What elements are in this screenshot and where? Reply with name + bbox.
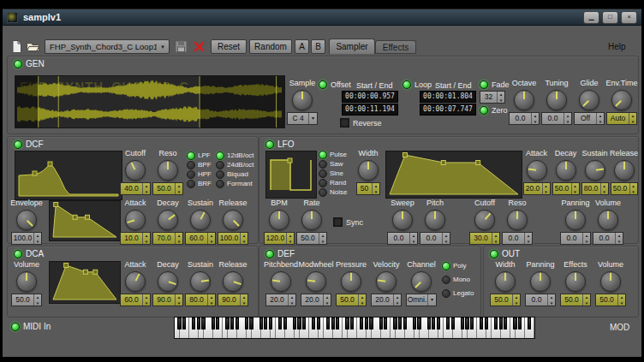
black-key[interactable] xyxy=(528,317,531,329)
channel-knob[interactable] xyxy=(411,271,432,292)
black-key[interactable] xyxy=(264,317,267,329)
octave-value[interactable]: 0.0▴▾ xyxy=(509,112,540,125)
lfo-envelope-display[interactable] xyxy=(385,151,522,199)
pitchbend-knob[interactable] xyxy=(271,271,291,292)
black-key[interactable] xyxy=(245,317,248,329)
glide-value[interactable]: Off▴▾ xyxy=(574,112,605,125)
delete-preset-icon[interactable] xyxy=(192,39,206,54)
dcf-cutoff-value[interactable]: 40.0▴▾ xyxy=(120,182,151,195)
black-key[interactable] xyxy=(398,317,402,329)
lfo-pitch-knob[interactable] xyxy=(425,210,445,230)
dca-envelope-display[interactable] xyxy=(49,261,121,304)
black-key[interactable] xyxy=(518,317,522,329)
black-key[interactable] xyxy=(177,317,181,329)
black-key[interactable] xyxy=(369,317,373,329)
reset-button[interactable]: Reset xyxy=(211,39,247,54)
lfo-sine-radio[interactable]: Sine xyxy=(319,169,347,177)
dcf-cutoff-knob[interactable] xyxy=(125,160,146,181)
out-width-knob[interactable] xyxy=(495,271,516,292)
lfo-reso-value[interactable]: 0.0▴▾ xyxy=(502,232,533,245)
black-key[interactable] xyxy=(437,317,440,329)
lfo-cutoff-knob[interactable] xyxy=(474,210,495,230)
black-key[interactable] xyxy=(480,317,483,329)
black-key[interactable] xyxy=(182,317,186,329)
slope-12db-radio[interactable]: 12dB/oct xyxy=(216,151,254,159)
tuning-value[interactable]: 0.0▴▾ xyxy=(541,112,572,125)
black-key[interactable] xyxy=(236,317,239,329)
black-key[interactable] xyxy=(278,317,282,329)
black-key[interactable] xyxy=(336,317,339,329)
offset-end-field[interactable]: 00:00:11.194 xyxy=(342,104,398,116)
dca-release-value[interactable]: 90.0▴▾ xyxy=(218,294,248,306)
black-key[interactable] xyxy=(192,317,195,329)
dca-volume-value[interactable]: 50.0▴▾ xyxy=(11,294,42,306)
black-key[interactable] xyxy=(451,317,455,329)
hpf-radio[interactable]: HPF xyxy=(187,170,212,178)
lfo-reso-knob[interactable] xyxy=(507,210,528,230)
bpf-radio[interactable]: BPF xyxy=(187,161,212,169)
black-key[interactable] xyxy=(230,317,234,329)
channel-value[interactable]: Omni.▾ xyxy=(406,294,437,306)
out-volume-value[interactable]: 50.0▴▾ xyxy=(595,294,626,306)
dca-attack-knob[interactable] xyxy=(125,271,146,292)
lfo-attack-value[interactable]: 20.0▴▾ xyxy=(523,182,551,195)
filter-display[interactable] xyxy=(15,151,122,200)
black-key[interactable] xyxy=(365,317,368,329)
lfo-width-knob[interactable] xyxy=(358,160,379,181)
dca-decay-knob[interactable] xyxy=(158,271,178,292)
pitchbend-value[interactable]: 20.0▴▾ xyxy=(265,294,296,306)
octave-knob[interactable] xyxy=(514,90,534,110)
black-key[interactable] xyxy=(403,317,407,329)
lfo-volume-value[interactable]: 0.0▴▾ xyxy=(593,232,623,245)
velocity-knob[interactable] xyxy=(376,271,397,292)
black-key[interactable] xyxy=(350,317,354,329)
modwheel-knob[interactable] xyxy=(306,271,326,292)
mono-radio[interactable]: Mono xyxy=(442,276,474,283)
dcf-attack-knob[interactable] xyxy=(125,210,146,230)
loop-start-field[interactable]: 00:00:01.804 xyxy=(420,91,476,103)
dca-release-knob[interactable] xyxy=(223,271,243,292)
black-key[interactable] xyxy=(379,317,383,329)
black-key[interactable] xyxy=(494,317,498,329)
loop-led[interactable] xyxy=(402,80,411,89)
lfo-rate-knob[interactable] xyxy=(301,210,322,230)
black-key[interactable] xyxy=(413,317,416,329)
mod-label[interactable]: MOD xyxy=(610,323,629,332)
out-effects-knob[interactable] xyxy=(565,271,586,292)
reverse-checkbox[interactable]: Reverse xyxy=(340,118,382,128)
maximize-button[interactable]: □ xyxy=(602,11,618,24)
fade-led[interactable] xyxy=(480,80,488,89)
dca-sustain-value[interactable]: 80.0▴▾ xyxy=(185,294,216,306)
offset-led[interactable] xyxy=(319,80,327,89)
black-key[interactable] xyxy=(417,317,420,329)
dcf-decay-value[interactable]: 70.0▴▾ xyxy=(152,232,183,245)
dcf-envelope-value[interactable]: 100.0▴▾ xyxy=(11,232,42,245)
dca-decay-value[interactable]: 90.0▴▾ xyxy=(152,294,183,306)
black-key[interactable] xyxy=(465,317,468,329)
env-time-value[interactable]: Auto▴▾ xyxy=(606,112,637,125)
black-key[interactable] xyxy=(432,317,435,329)
black-key[interactable] xyxy=(269,317,272,329)
dca-sustain-knob[interactable] xyxy=(190,271,211,292)
black-key[interactable] xyxy=(283,317,287,329)
titlebar[interactable]: samplv1 ▁ □ × xyxy=(3,9,641,26)
lfo-sustain-knob[interactable] xyxy=(585,160,605,181)
sample-knob[interactable] xyxy=(292,90,313,110)
lfo-rate-value[interactable]: 50.0▴▾ xyxy=(296,232,327,245)
lfo-sweep-knob[interactable] xyxy=(392,210,413,230)
black-key[interactable] xyxy=(249,317,253,329)
modwheel-value[interactable]: 20.0▴▾ xyxy=(301,294,331,306)
sync-checkbox[interactable]: Sync xyxy=(333,217,363,227)
lfo-panning-knob[interactable] xyxy=(565,210,586,230)
glide-knob[interactable] xyxy=(579,90,599,110)
slope-biquad-radio[interactable]: Biquad xyxy=(216,170,254,178)
new-preset-icon[interactable] xyxy=(9,39,24,54)
black-key[interactable] xyxy=(470,317,474,329)
zero-led[interactable] xyxy=(480,106,488,115)
black-key[interactable] xyxy=(225,317,229,329)
lfo-sustain-value[interactable]: 80.0▴▾ xyxy=(581,182,609,195)
black-key[interactable] xyxy=(504,317,507,329)
out-width-value[interactable]: 50.0▴▾ xyxy=(490,294,521,306)
save-preset-icon[interactable] xyxy=(174,39,188,54)
slope-24db-radio[interactable]: 24dB/oct xyxy=(216,161,254,169)
